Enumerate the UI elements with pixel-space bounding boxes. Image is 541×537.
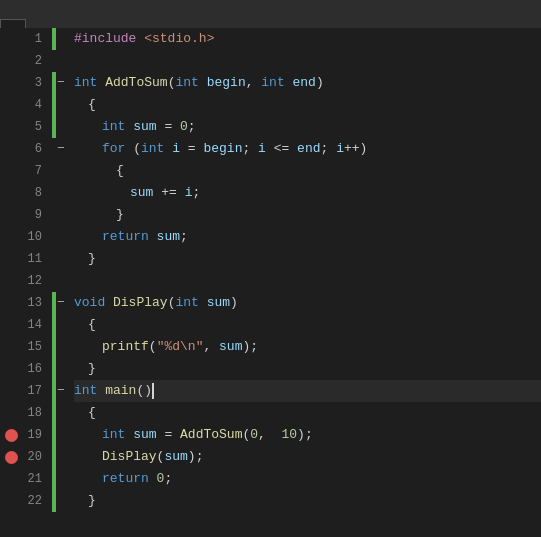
line-number: 8 — [28, 182, 46, 204]
line-number: 2 — [28, 50, 46, 72]
line-number: 3 — [28, 72, 46, 94]
fold-cell — [52, 468, 70, 490]
token: ( — [168, 72, 176, 94]
code-line: { — [74, 314, 541, 336]
line-number: 1 — [28, 28, 46, 50]
token: ) — [316, 72, 324, 94]
fold-cell — [52, 336, 70, 358]
line-number: 16 — [28, 358, 46, 380]
fold-cell — [52, 314, 70, 336]
token: int — [102, 116, 133, 138]
token: begin — [207, 72, 246, 94]
fold-gutter: −−−− — [52, 28, 70, 537]
line-number: 7 — [28, 160, 46, 182]
green-bar — [52, 490, 56, 512]
fold-cell — [52, 446, 70, 468]
code-line: int sum = 0; — [74, 116, 541, 138]
token: ( — [242, 424, 250, 446]
token: sum — [207, 292, 230, 314]
token: } — [88, 248, 96, 270]
code-line: void DisPlay(int sum) — [74, 292, 541, 314]
fold-cell — [52, 226, 70, 248]
fold-cell: − — [52, 72, 70, 94]
fold-cell: − — [52, 292, 70, 314]
fold-cell: − — [52, 138, 70, 160]
fold-cell — [52, 160, 70, 182]
fold-cell — [52, 50, 70, 72]
code-line: { — [74, 160, 541, 182]
token: = — [157, 424, 180, 446]
tab-bar — [0, 0, 541, 28]
line-number: 9 — [28, 204, 46, 226]
breakpoint-cell — [0, 116, 22, 138]
line-number: 13 — [28, 292, 46, 314]
token: AddToSum — [180, 424, 242, 446]
token: ; — [192, 182, 200, 204]
token: int — [141, 138, 172, 160]
code-line: int sum = AddToSum(0, 10); — [74, 424, 541, 446]
code-line: } — [74, 490, 541, 512]
code-line: } — [74, 204, 541, 226]
fold-cell — [52, 204, 70, 226]
code-line: } — [74, 358, 541, 380]
token: int — [175, 72, 206, 94]
green-bar — [52, 94, 56, 116]
fold-indicator[interactable]: − — [57, 380, 65, 402]
token: ( — [125, 138, 141, 160]
line-number: 14 — [28, 314, 46, 336]
token: sum — [130, 182, 153, 204]
fold-cell — [52, 182, 70, 204]
token: ); — [297, 424, 313, 446]
breakpoint-dot — [5, 451, 18, 464]
token: } — [88, 358, 96, 380]
code-line: printf("%d\n", sum); — [74, 336, 541, 358]
breakpoint-cell — [0, 358, 22, 380]
token: sum — [157, 226, 180, 248]
code-line — [74, 270, 541, 292]
fold-cell: − — [52, 380, 70, 402]
active-tab[interactable] — [0, 19, 26, 28]
breakpoint-cell — [0, 160, 22, 182]
green-bar — [52, 424, 56, 446]
line-number: 17 — [28, 380, 46, 402]
code-line — [74, 50, 541, 72]
code-line: { — [74, 94, 541, 116]
breakpoint-cell — [0, 226, 22, 248]
code-content[interactable]: #include <stdio.h>int AddToSum(int begin… — [70, 28, 541, 537]
cursor-caret — [152, 383, 154, 399]
token: 0 — [180, 116, 188, 138]
token: int — [74, 380, 105, 402]
token: ; — [164, 468, 172, 490]
token: sum — [133, 424, 156, 446]
breakpoint-cell — [0, 138, 22, 160]
line-number: 4 — [28, 94, 46, 116]
token: int — [175, 292, 206, 314]
token: { — [88, 402, 96, 424]
green-bar — [52, 402, 56, 424]
fold-cell — [52, 248, 70, 270]
token: ); — [188, 446, 204, 468]
line-number-gutter: 12345678910111213141516171819202122 — [22, 28, 52, 537]
code-line: DisPlay(sum); — [74, 446, 541, 468]
fold-indicator[interactable]: − — [57, 72, 65, 94]
line-number: 10 — [28, 226, 46, 248]
token: () — [136, 380, 152, 402]
green-bar — [52, 292, 56, 314]
breakpoint-cell — [0, 336, 22, 358]
fold-indicator[interactable]: − — [57, 292, 65, 314]
fold-indicator[interactable]: − — [57, 138, 65, 160]
token: ++) — [344, 138, 367, 160]
token: int — [74, 72, 105, 94]
code-line: sum += i; — [74, 182, 541, 204]
code-line: } — [74, 248, 541, 270]
code-line: #include <stdio.h> — [74, 28, 541, 50]
green-bar — [52, 314, 56, 336]
breakpoint-cell — [0, 490, 22, 512]
breakpoint-gutter — [0, 28, 22, 537]
token: <= — [266, 138, 297, 160]
token: 0 — [250, 424, 258, 446]
token: "%d\n" — [157, 336, 204, 358]
token: for — [102, 138, 125, 160]
token: ( — [157, 446, 165, 468]
breakpoint-cell — [0, 182, 22, 204]
